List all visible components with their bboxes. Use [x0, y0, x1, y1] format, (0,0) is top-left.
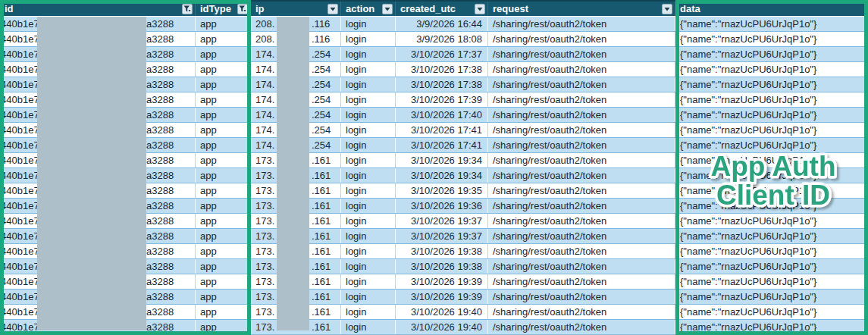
cell-request[interactable]: /sharing/rest/oauth2/token: [488, 229, 675, 243]
cell-data[interactable]: {"name":"rnazUcPU6UrJqP1o"}: [675, 320, 868, 334]
cell-data[interactable]: {"name":"rnazUcPU6UrJqP1o"}: [675, 244, 868, 258]
request-filter-dropdown-button[interactable]: [662, 4, 672, 14]
cell-idtype[interactable]: app: [196, 17, 251, 31]
cell-action[interactable]: login: [341, 32, 396, 46]
cell-data[interactable]: {"name":"rnazUcPU6UrJqP1o"}: [675, 32, 868, 46]
cell-created-utc[interactable]: 3/10/2026 17:40: [396, 108, 488, 122]
cell-request[interactable]: /sharing/rest/oauth2/token: [488, 320, 675, 334]
cell-created-utc[interactable]: 3/10/2026 19:39: [396, 290, 488, 304]
cell-action[interactable]: login: [341, 229, 396, 243]
cell-request[interactable]: /sharing/rest/oauth2/token: [488, 274, 675, 289]
cell-request[interactable]: /sharing/rest/oauth2/token: [488, 244, 675, 258]
cell-data[interactable]: {"name":"rnazUcPU6UrJqP1o"}: [675, 274, 868, 289]
cell-request[interactable]: /sharing/rest/oauth2/token: [488, 290, 675, 304]
cell-request[interactable]: /sharing/rest/oauth2/token: [488, 77, 675, 92]
cell-created-utc[interactable]: 3/10/2026 17:41: [396, 123, 488, 137]
idtype-filter-button[interactable]: [237, 4, 248, 14]
column-header-action[interactable]: action: [341, 2, 396, 16]
cell-idtype[interactable]: app: [196, 77, 251, 92]
column-header-created-utc[interactable]: created_utc: [396, 2, 488, 16]
cell-action[interactable]: login: [341, 138, 396, 152]
cell-action[interactable]: login: [341, 290, 396, 304]
cell-data[interactable]: {"name":"rnazUcPU6UrJqP1o"}: [675, 305, 868, 319]
cell-data[interactable]: {"name":"rnazUcPU6UrJqP1o"}: [675, 77, 868, 92]
cell-data[interactable]: {"name":"rnazUcPU6UrJqP1o"}: [675, 259, 868, 274]
cell-request[interactable]: /sharing/rest/oauth2/token: [488, 138, 675, 152]
cell-action[interactable]: login: [341, 77, 396, 92]
cell-action[interactable]: login: [341, 62, 396, 77]
cell-created-utc[interactable]: 3/10/2026 17:39: [396, 92, 488, 107]
cell-action[interactable]: login: [341, 183, 396, 198]
cell-data[interactable]: {"name":"rnazUcPU6UrJqP1o"}: [675, 123, 868, 137]
column-header-data[interactable]: data: [675, 2, 868, 16]
cell-idtype[interactable]: app: [196, 183, 251, 198]
cell-request[interactable]: /sharing/rest/oauth2/token: [488, 153, 675, 168]
cell-action[interactable]: login: [341, 92, 396, 107]
cell-action[interactable]: login: [341, 108, 396, 122]
cell-data[interactable]: {"name":"rnazUcPU6UrJqP1o"}: [675, 47, 868, 61]
cell-action[interactable]: login: [341, 244, 396, 258]
cell-data[interactable]: {"name":"rnazUcPU6UrJqP1o"}: [675, 17, 868, 31]
id-filter-button[interactable]: [182, 4, 193, 14]
cell-request[interactable]: /sharing/rest/oauth2/token: [488, 259, 675, 274]
cell-created-utc[interactable]: 3/9/2026 18:08: [396, 32, 488, 46]
cell-request[interactable]: /sharing/rest/oauth2/token: [488, 32, 675, 46]
cell-idtype[interactable]: app: [196, 199, 251, 213]
cell-data[interactable]: {"name":"rnazUcPU6UrJqP1o"}: [675, 229, 868, 243]
cell-created-utc[interactable]: 3/10/2026 19:34: [396, 153, 488, 168]
cell-created-utc[interactable]: 3/10/2026 19:40: [396, 320, 488, 334]
cell-action[interactable]: login: [341, 123, 396, 137]
cell-idtype[interactable]: app: [196, 108, 251, 122]
column-header-request[interactable]: request: [488, 2, 675, 16]
action-filter-dropdown-button[interactable]: [382, 4, 393, 14]
cell-created-utc[interactable]: 3/10/2026 19:38: [396, 244, 488, 258]
cell-idtype[interactable]: app: [196, 214, 251, 228]
cell-idtype[interactable]: app: [196, 32, 251, 46]
cell-request[interactable]: /sharing/rest/oauth2/token: [488, 108, 675, 122]
cell-created-utc[interactable]: 3/10/2026 17:38: [396, 62, 488, 77]
cell-idtype[interactable]: app: [196, 123, 251, 137]
cell-request[interactable]: /sharing/rest/oauth2/token: [488, 168, 675, 183]
cell-idtype[interactable]: app: [196, 62, 251, 77]
cell-created-utc[interactable]: 3/10/2026 17:37: [396, 47, 488, 61]
cell-idtype[interactable]: app: [196, 290, 251, 304]
cell-idtype[interactable]: app: [196, 305, 251, 319]
cell-idtype[interactable]: app: [196, 92, 251, 107]
column-header-id[interactable]: id: [0, 2, 196, 16]
cell-action[interactable]: login: [341, 214, 396, 228]
ip-filter-dropdown-button[interactable]: [327, 4, 338, 14]
cell-data[interactable]: {"name":"rnazUcPU6UrJqP1o"}: [675, 62, 868, 77]
cell-idtype[interactable]: app: [196, 229, 251, 243]
cell-action[interactable]: login: [341, 153, 396, 168]
cell-request[interactable]: /sharing/rest/oauth2/token: [488, 183, 675, 198]
created-utc-filter-dropdown-button[interactable]: [475, 4, 485, 14]
cell-created-utc[interactable]: 3/10/2026 19:40: [396, 305, 488, 319]
cell-created-utc[interactable]: 3/10/2026 19:37: [396, 229, 488, 243]
cell-data[interactable]: {"name":"rnazUcPU6UrJqP1o"}: [675, 92, 868, 107]
cell-request[interactable]: /sharing/rest/oauth2/token: [488, 92, 675, 107]
cell-idtype[interactable]: app: [196, 259, 251, 274]
cell-request[interactable]: /sharing/rest/oauth2/token: [488, 305, 675, 319]
cell-created-utc[interactable]: 3/10/2026 19:38: [396, 259, 488, 274]
cell-idtype[interactable]: app: [196, 168, 251, 183]
cell-created-utc[interactable]: 3/10/2026 17:41: [396, 138, 488, 152]
cell-created-utc[interactable]: 3/9/2026 16:44: [396, 17, 488, 31]
cell-action[interactable]: login: [341, 199, 396, 213]
cell-data[interactable]: {"name":"rnazUcPU6UrJqP1o"}: [675, 290, 868, 304]
cell-idtype[interactable]: app: [196, 138, 251, 152]
cell-created-utc[interactable]: 3/10/2026 17:38: [396, 77, 488, 92]
cell-action[interactable]: login: [341, 305, 396, 319]
cell-idtype[interactable]: app: [196, 153, 251, 168]
cell-created-utc[interactable]: 3/10/2026 19:35: [396, 183, 488, 198]
cell-request[interactable]: /sharing/rest/oauth2/token: [488, 123, 675, 137]
cell-action[interactable]: login: [341, 320, 396, 334]
cell-idtype[interactable]: app: [196, 274, 251, 289]
column-header-ip[interactable]: ip: [251, 2, 341, 16]
cell-request[interactable]: /sharing/rest/oauth2/token: [488, 199, 675, 213]
cell-request[interactable]: /sharing/rest/oauth2/token: [488, 47, 675, 61]
cell-request[interactable]: /sharing/rest/oauth2/token: [488, 17, 675, 31]
cell-created-utc[interactable]: 3/10/2026 19:37: [396, 214, 488, 228]
column-header-idtype[interactable]: idType: [196, 2, 251, 16]
cell-action[interactable]: login: [341, 274, 396, 289]
cell-created-utc[interactable]: 3/10/2026 19:34: [396, 168, 488, 183]
